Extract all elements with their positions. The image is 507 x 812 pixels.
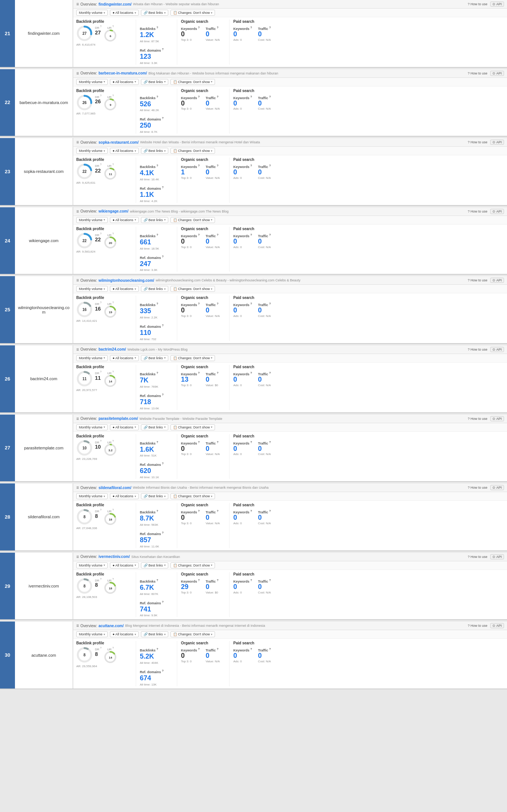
how-to-use-btn[interactable]: ? How to use [468, 278, 488, 282]
backlinks-section-title [140, 19, 174, 24]
monthly-volume-btn[interactable]: Monthly volume ▾ [76, 10, 108, 16]
domain-link-22[interactable]: barbecue-in-muratura.com/ [98, 71, 147, 75]
api-btn[interactable]: ⊙ API [490, 1, 504, 7]
monthly-volume-btn[interactable]: Monthly volume ▾ [76, 148, 108, 154]
domain-label-23: sopka-restaurant.com [15, 138, 73, 205]
api-btn[interactable]: ⊙ API [490, 485, 504, 490]
paid-keywords-value: 0 [233, 583, 252, 591]
menu-icon: ≡ [76, 140, 79, 145]
domain-link-24[interactable]: wikiengage.com/ [98, 209, 128, 213]
all-locations-btn[interactable]: ● All locations ▾ [110, 217, 138, 223]
domain-link-29[interactable]: ivermectiniv.com/ [98, 555, 130, 559]
panel-toolbar-28: Monthly volume ▾ ● All locations ▾ 🔗 Bes… [73, 492, 507, 501]
api-btn[interactable]: ⊙ API [490, 416, 504, 421]
monthly-volume-btn[interactable]: Monthly volume ▾ [76, 631, 108, 637]
organic-traffic-value: 0 [206, 307, 220, 314]
best-links-btn[interactable]: 🔗 Best links ▾ [141, 631, 168, 637]
dr-ur-row: DR ? 10 UR ? 3.2 [95, 440, 116, 457]
how-to-use-btn[interactable]: ? How to use [468, 71, 488, 75]
all-locations-btn[interactable]: ● All locations ▾ [110, 286, 138, 292]
changes-btn[interactable]: 📋 Changes: Don't show ▾ [170, 217, 215, 223]
changes-btn[interactable]: 📋 Changes: Don't show ▾ [170, 562, 215, 568]
best-links-btn[interactable]: 🔗 Best links ▾ [141, 79, 168, 85]
paid-cost: Cost: N/A [258, 38, 271, 42]
best-links-btn[interactable]: 🔗 Best links ▾ [141, 10, 168, 16]
api-btn[interactable]: ⊙ API [490, 71, 504, 76]
all-locations-btn[interactable]: ● All locations ▾ [110, 10, 138, 16]
monthly-volume-btn[interactable]: Monthly volume ▾ [76, 493, 108, 499]
changes-btn[interactable]: 📋 Changes: Don't show ▾ [170, 148, 215, 154]
domain-link-27[interactable]: parasitetemplate.com/ [98, 416, 138, 421]
how-to-use-btn[interactable]: ? How to use [468, 486, 488, 489]
changes-btn[interactable]: 📋 Changes: Don't show ▾ [170, 286, 215, 292]
monthly-volume-btn[interactable]: Monthly volume ▾ [76, 79, 108, 85]
best-links-btn[interactable]: 🔗 Best links ▾ [141, 217, 168, 223]
best-links-btn[interactable]: 🔗 Best links ▾ [141, 286, 168, 292]
domain-link-28[interactable]: sildenafiloral.com/ [98, 486, 131, 490]
all-locations-btn[interactable]: ● All locations ▾ [110, 148, 138, 154]
all-locations-btn[interactable]: ● All locations ▾ [110, 355, 138, 361]
domain-link-30[interactable]: acuttane.com/ [98, 624, 123, 628]
ref-domains-label: Ref. domains ? [140, 393, 174, 398]
how-to-use-btn[interactable]: ? How to use [468, 348, 488, 351]
organic-section-21: Organic search Keywords ? 0 Top 3: 0 Tra… [181, 19, 230, 65]
panel-21: ≡ Overview: findingwinter.com/ Wisata da… [73, 0, 507, 67]
backlink-metrics: DR ? 27 UR ? 6 [95, 25, 116, 42]
api-btn[interactable]: ⊙ API [490, 554, 504, 559]
domain-link-21[interactable]: findingwinter.com/ [98, 2, 131, 6]
how-to-use-btn[interactable]: ? How to use [468, 624, 488, 628]
how-to-use-btn[interactable]: ? How to use [468, 555, 488, 559]
changes-btn[interactable]: 📋 Changes: Don't show ▾ [170, 79, 215, 85]
all-locations-btn[interactable]: ● All locations ▾ [110, 79, 138, 85]
all-locations-btn[interactable]: ● All locations ▾ [110, 631, 138, 637]
monthly-volume-btn[interactable]: Monthly volume ▾ [76, 217, 108, 223]
api-btn[interactable]: ⊙ API [490, 278, 504, 283]
monthly-volume-btn[interactable]: Monthly volume ▾ [76, 355, 108, 361]
organic-title: Organic search [181, 89, 226, 93]
ar-row: AR: 6,410,674 [76, 43, 132, 46]
monthly-volume-btn[interactable]: Monthly volume ▾ [76, 562, 108, 568]
best-links-btn[interactable]: 🔗 Best links ▾ [141, 355, 168, 361]
row-number-29: 29 [0, 553, 15, 620]
api-btn[interactable]: ⊙ API [490, 347, 504, 352]
dr-label: DR ? [95, 163, 101, 168]
backlinks-value: 8.7K [140, 515, 174, 522]
monthly-volume-btn[interactable]: Monthly volume ▾ [76, 424, 108, 430]
best-links-btn[interactable]: 🔗 Best links ▾ [141, 148, 168, 154]
api-btn[interactable]: ⊙ API [490, 623, 504, 628]
backlinks-label: Backlinks ? [140, 95, 174, 100]
api-btn[interactable]: ⊙ API [490, 140, 504, 145]
dr-value: 16 [95, 306, 101, 312]
ref-domains-value: 857 [140, 537, 174, 544]
monthly-volume-btn[interactable]: Monthly volume ▾ [76, 286, 108, 292]
all-locations-btn[interactable]: ● All locations ▾ [110, 562, 138, 568]
all-locations-btn[interactable]: ● All locations ▾ [110, 493, 138, 499]
ur-metric: UR ? 18 [104, 509, 116, 526]
dr-donut-chart: 11 [76, 370, 93, 387]
domain-link-25[interactable]: wilmingtonhousecleaning.com/ [98, 278, 154, 283]
best-links-btn[interactable]: 🔗 Best links ▾ [141, 493, 168, 499]
how-to-use-btn[interactable]: ? How to use [468, 140, 488, 144]
changes-btn[interactable]: 📋 Changes: Don't show ▾ [170, 631, 215, 637]
how-to-use-btn[interactable]: ? How to use [468, 210, 488, 213]
changes-btn[interactable]: 📋 Changes: Don't show ▾ [170, 424, 215, 430]
best-links-btn[interactable]: 🔗 Best links ▾ [141, 424, 168, 430]
paid-title: Paid search [233, 158, 278, 162]
how-to-use-btn[interactable]: ? How to use [468, 2, 488, 6]
backlinks-alltime: All time: 769K [140, 385, 174, 388]
how-to-use-btn[interactable]: ? How to use [468, 417, 488, 421]
organic-top3: Top 3: 0 [181, 176, 200, 180]
domain-link-26[interactable]: bactrim24.com/ [98, 347, 126, 351]
domain-desc-21: Wisata dan Hiburan - Website seputar wis… [133, 2, 219, 6]
changes-btn[interactable]: 📋 Changes: Don't show ▾ [170, 10, 215, 16]
changes-btn[interactable]: 📋 Changes: Don't show ▾ [170, 493, 215, 499]
best-links-btn[interactable]: 🔗 Best links ▾ [141, 562, 168, 568]
dr-donut-chart: 22 [76, 163, 93, 180]
paid-keywords-col: Keywords ? 0 Ads: 0 [233, 164, 252, 180]
changes-btn[interactable]: 📋 Changes: Don't show ▾ [170, 355, 215, 361]
api-btn[interactable]: ⊙ API [490, 209, 504, 214]
row-number-23: 23 [0, 138, 15, 205]
all-locations-btn[interactable]: ● All locations ▾ [110, 424, 138, 430]
panel-header-left: ≡ Overview: acuttane.com/ Blog Mengenai … [76, 623, 265, 628]
domain-link-23[interactable]: sopka-restaurant.com/ [98, 140, 138, 144]
